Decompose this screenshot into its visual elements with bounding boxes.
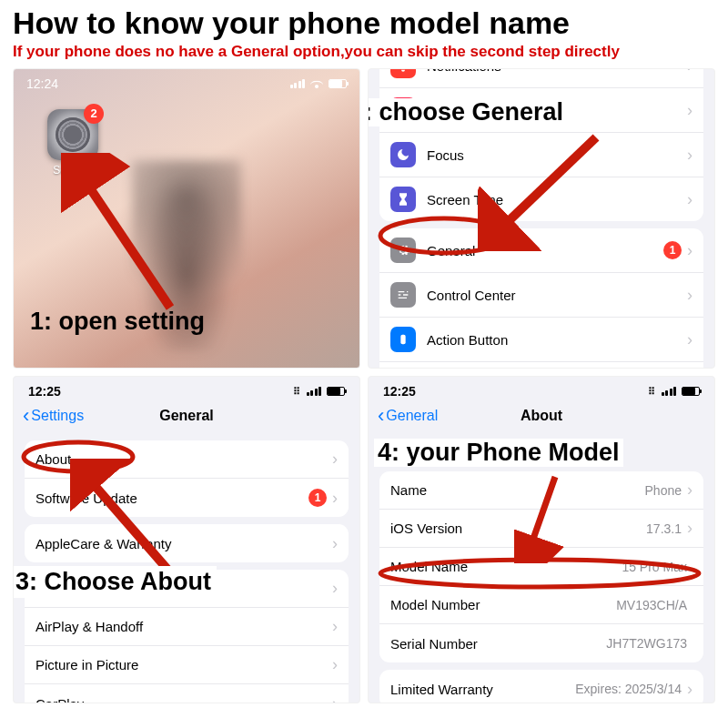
navbar: ‹General About (369, 402, 714, 433)
chevron-right-icon: › (332, 694, 338, 704)
step3-label: 3: Choose About (13, 566, 217, 598)
arrow-annotation (61, 153, 188, 317)
chevron-right-icon: › (687, 286, 693, 305)
chevron-right-icon: › (687, 519, 693, 538)
panel-choose-general: 2: choose General Notifications› Sounds … (368, 68, 715, 369)
row-general[interactable]: General 1 › (379, 228, 703, 273)
update-badge: 1 (663, 241, 682, 259)
row-serial[interactable]: Serial NumberJH7T2WG173 (379, 624, 703, 662)
general-group-1: About› Software Update1› (25, 440, 349, 517)
indicator-icon: ⠿ (293, 386, 301, 398)
status-bar: 12:25 ⠿ (14, 377, 359, 402)
row-warranty[interactable]: Limited WarrantyExpires: 2025/3/14› (379, 670, 703, 703)
indicator-icon: ⠿ (648, 386, 656, 398)
row-model-number[interactable]: Model NumberMV193CH/A (379, 586, 703, 624)
gear-icon (390, 238, 416, 263)
warranty-group: Limited WarrantyExpires: 2025/3/14› (379, 670, 703, 703)
settings-group-1: Notifications› Sounds & Haptics› Focus› … (379, 68, 703, 221)
status-time: 12:25 (383, 384, 416, 399)
sliders-icon (390, 282, 416, 308)
page-title: How to know your phone model name (0, 0, 728, 41)
navbar: ‹Settings General (14, 402, 359, 433)
panel-model-name: 12:25 ⠿ ‹General About 4: your Phone Mod… (368, 376, 715, 703)
step1-label: 1: open setting (30, 308, 205, 336)
row-screentime[interactable]: Screen Time› (379, 177, 703, 221)
chevron-right-icon: › (687, 680, 693, 699)
status-bar: 12:24 (14, 73, 359, 95)
row-name[interactable]: NamePhone› (379, 471, 703, 510)
chevron-right-icon: › (332, 450, 338, 469)
row-action-button[interactable]: Action Button› (379, 318, 703, 362)
chevron-right-icon: › (332, 489, 338, 508)
row-notifications[interactable]: Notifications› (379, 68, 703, 88)
chevron-right-icon: › (332, 617, 338, 636)
wifi-icon (310, 79, 323, 88)
chevron-right-icon: › (332, 655, 338, 674)
chevron-right-icon: › (332, 579, 338, 598)
battery-icon (682, 387, 700, 396)
chevron-right-icon: › (687, 146, 693, 165)
status-time: 12:25 (28, 384, 61, 399)
navbar-title: About (369, 408, 714, 424)
row-display[interactable]: Display & Brightness› (379, 362, 703, 369)
row-applecare[interactable]: AppleCare & Warranty› (25, 524, 349, 562)
row-airplay[interactable]: AirPlay & Handoff› (25, 608, 349, 646)
signal-icon (290, 79, 306, 88)
bell-icon (390, 68, 416, 78)
notification-badge: 2 (84, 104, 104, 124)
row-software-update[interactable]: Software Update1› (25, 479, 349, 517)
chevron-right-icon: › (687, 68, 693, 76)
svg-rect-0 (400, 335, 405, 345)
chevron-right-icon: › (687, 480, 693, 500)
general-group-2: AppleCare & Warranty› (25, 524, 349, 562)
step4-label: 4: your Phone Model (374, 439, 623, 467)
page-subtitle: If your phone does no have a General opt… (0, 41, 728, 68)
settings-app-icon[interactable]: 2 Settings (45, 109, 101, 177)
status-time: 12:24 (26, 76, 58, 91)
chevron-right-icon: › (687, 241, 693, 260)
row-about[interactable]: About› (25, 440, 349, 479)
row-focus[interactable]: Focus› (379, 133, 703, 177)
panel-choose-about: 12:25 ⠿ ‹Settings General About› Softwar… (13, 376, 360, 703)
moon-icon (390, 142, 416, 167)
chevron-right-icon: › (687, 101, 693, 120)
about-group: NamePhone› iOS Version17.3.1› Model Name… (379, 471, 703, 662)
row-carplay[interactable]: CarPlay› (25, 684, 349, 703)
navbar-title: General (14, 408, 359, 424)
row-model-name[interactable]: Model Name15 Pro Max (379, 548, 703, 586)
status-bar: 12:25 ⠿ (369, 377, 714, 402)
step2-label: 2: choose General (368, 98, 567, 126)
chevron-right-icon: › (687, 330, 693, 349)
row-ios-version[interactable]: iOS Version17.3.1› (379, 510, 703, 548)
battery-icon (327, 387, 345, 396)
row-pip[interactable]: Picture in Picture› (25, 646, 349, 684)
settings-app-label: Settings (45, 164, 101, 177)
row-control-center[interactable]: Control Center› (379, 273, 703, 318)
panel-open-settings: 12:24 2 Settings 1: open setting (13, 68, 360, 369)
signal-icon (662, 387, 677, 396)
action-icon (390, 327, 416, 352)
battery-icon (329, 79, 347, 88)
signal-icon (307, 387, 322, 396)
chevron-right-icon: › (687, 190, 693, 209)
update-badge: 1 (308, 489, 327, 507)
hourglass-icon (390, 187, 416, 212)
settings-group-2: General 1 › Control Center› Action Butto… (379, 228, 703, 369)
chevron-right-icon: › (332, 534, 338, 553)
